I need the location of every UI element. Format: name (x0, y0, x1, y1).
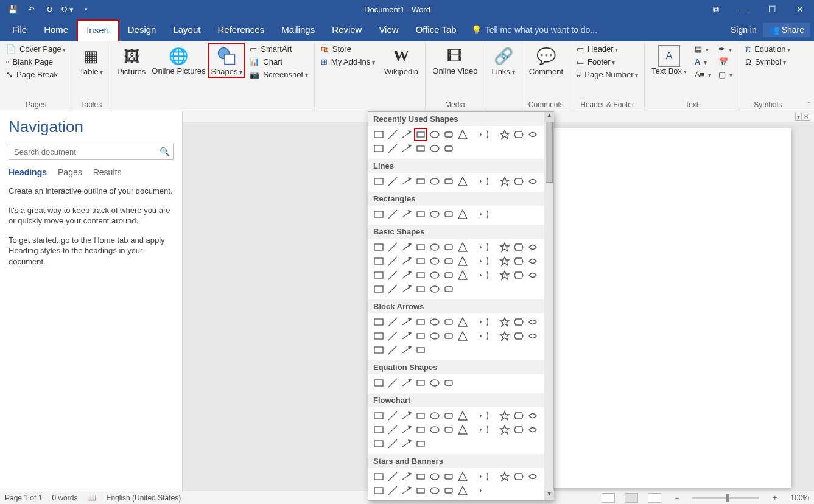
online-video-button[interactable]: 🎞 Online Video (429, 43, 480, 77)
shape-item[interactable] (442, 208, 455, 221)
shape-item[interactable] (442, 409, 455, 422)
shape-item[interactable] (372, 315, 385, 329)
shape-item[interactable] (526, 128, 539, 141)
shape-item[interactable] (442, 128, 455, 141)
shape-item[interactable] (400, 315, 413, 329)
shape-item[interactable] (414, 208, 427, 221)
shape-item[interactable] (400, 208, 413, 221)
shape-item[interactable] (442, 175, 455, 188)
object-button[interactable]: ▢ (716, 69, 735, 80)
shape-item[interactable] (372, 329, 385, 343)
shape-item[interactable] (414, 175, 427, 188)
shape-item[interactable] (456, 423, 469, 436)
view-print-layout-icon[interactable] (625, 493, 638, 503)
shape-item[interactable] (442, 376, 455, 390)
share-button[interactable]: 👥 Share (763, 23, 810, 37)
shape-item[interactable] (526, 423, 539, 436)
shape-item[interactable] (498, 128, 511, 141)
shape-item[interactable] (470, 423, 483, 436)
shape-item[interactable] (442, 254, 455, 268)
shape-item[interactable] (442, 329, 455, 343)
shape-item[interactable] (428, 329, 441, 343)
shape-item[interactable] (498, 329, 511, 343)
shape-item[interactable] (428, 376, 441, 390)
shape-item[interactable] (386, 343, 399, 357)
shape-item[interactable] (470, 484, 483, 497)
nav-tab-pages[interactable]: Pages (58, 167, 82, 177)
shape-item[interactable] (414, 437, 427, 450)
shape-item[interactable] (470, 470, 483, 483)
shape-item[interactable] (428, 282, 441, 296)
blank-page-button[interactable]: ▫Blank Page (4, 56, 68, 68)
shape-item[interactable] (442, 282, 455, 296)
shape-item[interactable] (526, 470, 539, 483)
shape-item[interactable] (386, 282, 399, 296)
zoom-in-button[interactable]: + (769, 494, 781, 502)
shape-item[interactable] (484, 175, 497, 188)
shape-item[interactable] (456, 254, 469, 268)
sign-in-button[interactable]: Sign in (725, 25, 763, 35)
shape-item[interactable] (414, 268, 427, 282)
cover-page-button[interactable]: 📄Cover Page (4, 43, 68, 55)
zoom-level[interactable]: 100% (790, 494, 809, 502)
shape-item[interactable] (400, 437, 413, 450)
comment-button[interactable]: 💬 Comment (526, 43, 566, 78)
shape-item[interactable] (372, 437, 385, 450)
page-break-button[interactable]: ⤡Page Break (4, 69, 68, 80)
shape-item[interactable] (400, 423, 413, 436)
shape-item[interactable] (386, 437, 399, 450)
shape-item[interactable] (498, 423, 511, 436)
shape-item[interactable] (512, 268, 525, 282)
shape-item[interactable] (470, 315, 483, 329)
shape-item[interactable] (526, 175, 539, 188)
pictures-button[interactable]: 🖼 Pictures (114, 43, 149, 78)
shape-item[interactable] (414, 376, 427, 390)
scroll-thumb[interactable] (546, 122, 553, 183)
online-pictures-button[interactable]: 🌐 Online Pictures (149, 43, 208, 77)
shape-item[interactable] (372, 208, 385, 221)
spellcheck-icon[interactable]: 📖 (87, 494, 96, 502)
shape-item[interactable] (470, 329, 483, 343)
shape-item[interactable] (372, 484, 385, 497)
shape-item[interactable] (470, 128, 483, 141)
shape-item[interactable] (512, 254, 525, 268)
shape-item[interactable] (442, 268, 455, 282)
shape-item[interactable] (428, 208, 441, 221)
search-input[interactable] (9, 144, 174, 160)
status-words[interactable]: 0 words (52, 494, 77, 502)
tab-layout[interactable]: Layout (164, 18, 209, 41)
shape-item[interactable] (372, 175, 385, 188)
maximize-icon[interactable]: ☐ (758, 4, 786, 15)
shape-item[interactable] (498, 175, 511, 188)
shape-item[interactable] (400, 142, 413, 155)
qat-customize-icon[interactable]: ▾ (79, 6, 93, 12)
shape-item[interactable] (414, 423, 427, 436)
shape-item[interactable] (526, 329, 539, 343)
shape-item[interactable] (414, 128, 427, 141)
shape-item[interactable] (428, 409, 441, 422)
shape-item[interactable] (372, 128, 385, 141)
shape-item[interactable] (512, 423, 525, 436)
shape-item[interactable] (456, 329, 469, 343)
ribbon-display-options-icon[interactable]: ⧉ (702, 4, 730, 15)
shape-item[interactable] (442, 484, 455, 497)
shape-item[interactable] (400, 343, 413, 357)
table-button[interactable]: ▦ Table (76, 43, 106, 78)
page-number-button[interactable]: #Page Number (574, 69, 640, 80)
my-addins-button[interactable]: ⊞My Add-ins (318, 56, 377, 68)
shape-item[interactable] (386, 175, 399, 188)
shape-item[interactable] (386, 128, 399, 141)
search-icon[interactable]: 🔍 (160, 147, 170, 156)
shape-item[interactable] (372, 268, 385, 282)
shape-item[interactable] (484, 254, 497, 268)
shape-item[interactable] (442, 142, 455, 155)
view-read-mode-icon[interactable] (602, 493, 615, 503)
shape-item[interactable] (386, 208, 399, 221)
shape-item[interactable] (484, 409, 497, 422)
shape-item[interactable] (470, 208, 483, 221)
shape-item[interactable] (484, 423, 497, 436)
shapes-scrollbar[interactable]: ▲ ▼ (544, 112, 553, 500)
symbol-button[interactable]: ΩSymbol (743, 56, 793, 68)
shape-item[interactable] (386, 470, 399, 483)
shape-item[interactable] (526, 315, 539, 329)
